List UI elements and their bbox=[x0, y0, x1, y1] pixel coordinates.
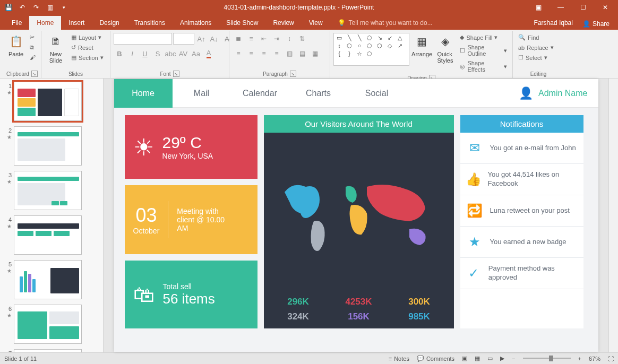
notification-item[interactable]: ✓Payment method was approved bbox=[460, 258, 583, 289]
undo-icon[interactable]: ↶ bbox=[16, 1, 29, 14]
strike-button[interactable]: S bbox=[152, 48, 164, 59]
share-button[interactable]: 👤 Share bbox=[578, 18, 614, 30]
arrange-button[interactable]: ▦ Arrange bbox=[411, 33, 433, 57]
smartart-button[interactable]: ▦ bbox=[309, 48, 321, 59]
zoom-out-button[interactable]: − bbox=[512, 356, 515, 362]
underline-button[interactable]: U bbox=[139, 48, 151, 59]
admin-user[interactable]: 👤 Admin Name bbox=[519, 86, 587, 100]
thumbnail-4[interactable] bbox=[14, 215, 82, 255]
font-family-select[interactable] bbox=[114, 33, 172, 45]
tab-transitions[interactable]: Transitions bbox=[127, 16, 173, 30]
tab-file[interactable]: File bbox=[4, 16, 29, 30]
zoom-slider[interactable] bbox=[523, 358, 571, 359]
nav-charts[interactable]: Charts bbox=[289, 79, 348, 108]
nav-home[interactable]: Home bbox=[114, 79, 173, 108]
justify-button[interactable]: ≡ bbox=[271, 48, 282, 59]
qat-more-icon[interactable]: ▾ bbox=[57, 1, 70, 14]
comments-button[interactable]: 💬 Comments bbox=[417, 355, 454, 362]
clipboard-launcher[interactable]: ↘ bbox=[31, 71, 38, 77]
change-case-button[interactable]: Aa bbox=[190, 48, 202, 59]
bullets-button[interactable]: ≣ bbox=[233, 33, 244, 45]
font-launcher[interactable]: ↘ bbox=[173, 71, 179, 77]
tab-home[interactable]: Home bbox=[29, 16, 61, 30]
sorter-view-icon[interactable]: ▦ bbox=[475, 355, 480, 362]
columns-button[interactable]: ▥ bbox=[284, 48, 295, 59]
notes-button[interactable]: ≡ Notes bbox=[389, 356, 409, 362]
find-button[interactable]: 🔍 Find bbox=[516, 33, 541, 42]
nav-mail[interactable]: Mail bbox=[173, 79, 231, 108]
tab-insert[interactable]: Insert bbox=[61, 16, 92, 30]
line-spacing-button[interactable]: ↕ bbox=[284, 33, 295, 45]
start-from-beginning-icon[interactable]: ▥ bbox=[44, 1, 56, 14]
tab-view[interactable]: View bbox=[302, 16, 330, 30]
quick-styles-button[interactable]: ◈ Quick Styles bbox=[435, 33, 456, 64]
shadow-button[interactable]: abc bbox=[165, 48, 176, 59]
tab-review[interactable]: Review bbox=[265, 16, 301, 30]
decrease-font-icon[interactable]: A↓ bbox=[208, 33, 220, 45]
text-direction-button[interactable]: ⇅ bbox=[296, 33, 308, 45]
thumbnail-3[interactable] bbox=[14, 171, 82, 210]
italic-button[interactable]: I bbox=[126, 48, 138, 59]
maximize-icon[interactable]: ☐ bbox=[572, 1, 594, 14]
font-size-select[interactable] bbox=[173, 33, 194, 45]
account-name[interactable]: Farshad Iqbal bbox=[529, 16, 578, 30]
spacing-button[interactable]: AV bbox=[177, 48, 189, 59]
thumbnail-7[interactable] bbox=[14, 349, 82, 352]
replace-button[interactable]: ab Replace ▾ bbox=[516, 43, 556, 52]
thumbnail-5[interactable] bbox=[14, 260, 82, 299]
increase-indent-button[interactable]: ⇥ bbox=[271, 33, 282, 45]
shape-effects-button[interactable]: ◎ Shape Effects ▾ bbox=[458, 59, 509, 74]
thumbnail-2[interactable] bbox=[14, 126, 82, 166]
font-color-button[interactable]: A bbox=[203, 48, 214, 59]
thumbnail-1[interactable] bbox=[14, 82, 82, 121]
reset-button[interactable]: ↺ Reset bbox=[69, 43, 106, 52]
tab-animations[interactable]: Animations bbox=[173, 16, 219, 30]
close-icon[interactable]: ✕ bbox=[595, 1, 616, 14]
nav-social[interactable]: Social bbox=[348, 79, 406, 108]
notification-item[interactable]: ★You earned a new badge bbox=[460, 227, 583, 258]
cut-button[interactable]: ✂ bbox=[28, 33, 38, 42]
reading-view-icon[interactable]: ▭ bbox=[487, 355, 493, 362]
slide-counter[interactable]: Slide 1 of 11 bbox=[4, 356, 37, 362]
tab-design[interactable]: Design bbox=[92, 16, 126, 30]
shape-fill-button[interactable]: ◆ Shape Fill ▾ bbox=[458, 33, 509, 42]
align-text-button[interactable]: ▤ bbox=[296, 48, 308, 59]
paste-button[interactable]: 📋 Paste bbox=[6, 33, 25, 57]
minimize-icon[interactable]: — bbox=[550, 1, 571, 14]
increase-font-icon[interactable]: A↑ bbox=[195, 33, 207, 45]
zoom-in-button[interactable]: + bbox=[578, 356, 581, 362]
decrease-indent-button[interactable]: ⇤ bbox=[258, 33, 270, 45]
notification-item[interactable]: 🔁Luna retweet on your post bbox=[460, 195, 583, 227]
save-icon[interactable]: 💾 bbox=[2, 1, 15, 14]
align-left-button[interactable]: ≡ bbox=[233, 48, 244, 59]
shape-outline-button[interactable]: ☐ Shape Outline ▾ bbox=[458, 43, 509, 58]
shapes-gallery[interactable]: ▭╲╲⬠↘↙ △↕⬡○⬠⬡ ◇↗{}☆⬠ bbox=[333, 33, 409, 66]
slide-canvas[interactable]: Home Mail Calendar Charts Social 👤 Admin… bbox=[104, 79, 608, 352]
notification-item[interactable]: 👍You got 44,514 likes on Facebook bbox=[460, 164, 583, 195]
tell-me[interactable]: 💡 Tell me what you want to do... bbox=[330, 16, 440, 30]
stat-value: 324K bbox=[273, 311, 323, 322]
new-slide-button[interactable]: 🗎 New Slide bbox=[45, 33, 67, 64]
copy-button[interactable]: ⧉ bbox=[28, 43, 38, 52]
section-button[interactable]: ▤ Section ▾ bbox=[69, 53, 106, 62]
zoom-level[interactable]: 67% bbox=[589, 356, 600, 362]
notification-item[interactable]: ✉You got an e-mail from John bbox=[460, 133, 583, 164]
format-painter-button[interactable]: 🖌 bbox=[28, 53, 38, 62]
bold-button[interactable]: B bbox=[114, 48, 125, 59]
slide-thumbnail-panel[interactable]: 1★ 2★ 3★ 4★ bbox=[0, 79, 104, 352]
slideshow-view-icon[interactable]: ▶ bbox=[500, 355, 504, 362]
align-center-button[interactable]: ≡ bbox=[245, 48, 257, 59]
normal-view-icon[interactable]: ▣ bbox=[462, 355, 467, 362]
paragraph-launcher[interactable]: ↘ bbox=[290, 71, 296, 77]
nav-calendar[interactable]: Calendar bbox=[231, 79, 289, 108]
fit-to-window-icon[interactable]: ⛶ bbox=[608, 356, 614, 362]
tab-slideshow[interactable]: Slide Show bbox=[219, 16, 265, 30]
layout-button[interactable]: ▦ Layout ▾ bbox=[69, 33, 106, 42]
numbering-button[interactable]: ≡ bbox=[245, 33, 257, 45]
align-right-button[interactable]: ≡ bbox=[258, 48, 270, 59]
redo-icon[interactable]: ↷ bbox=[30, 1, 42, 14]
vertical-scrollbar[interactable] bbox=[608, 79, 618, 352]
ribbon-display-icon[interactable]: ▣ bbox=[528, 1, 549, 14]
thumbnail-6[interactable] bbox=[14, 305, 82, 344]
select-button[interactable]: ☐ Select ▾ bbox=[516, 53, 550, 62]
